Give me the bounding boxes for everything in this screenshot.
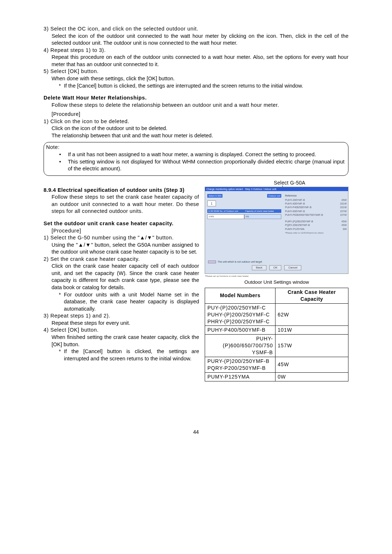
note-item-1-text: If a unit has not been assigned to a wat… [68,151,344,158]
step-5-body: When done with these settings, click the… [52,75,348,82]
note-item-2: •This setting window is not displayed fo… [59,158,344,173]
section-894-intro: Follow these steps to set the crank case… [52,194,199,215]
s894-4-star: *If the [Cancel] button is clicked, the … [59,348,199,362]
ss-bottom-tiny: *Please set up functions to crank case h… [205,275,348,278]
ss-l8: PUMY-P125YMA0W [285,227,347,231]
s894-4-star-text: If the [Cancel] button is clicked, the s… [64,348,199,362]
screenshot-wrap: Select G-50A Charge monitoring option wi… [205,187,348,278]
step-5-head: 5) Select [OK] button. [44,68,348,75]
cap-r1-m: PUHY-P400/500YMF-B [205,326,275,335]
ss-titlebar: Charge monitoring option wizard · Step 3… [205,187,348,191]
ss-stepper[interactable]: 1 [207,201,216,206]
ss-th2: Capacity of crank case-heater [244,209,281,213]
cap-r3-c: 45W [275,357,348,373]
select-g50a-label: Select G-50A [274,179,305,186]
ss-footnote: The unit which is not outdoor unit targe… [217,260,262,263]
cap-th-cap: Crank Case Heater Capacity [275,288,348,304]
ss-ref-note: *Please refer to CD/DVD/print for others [285,231,347,234]
ss-l2: PUHY-400YMF-B101W [285,202,347,205]
ss-chip-outdoor: Outdoor unit [267,194,281,198]
delete-proc-label: [Procedure] [52,111,348,118]
s894-1-body: Using the "▲/▼" button, select the G50A … [52,242,199,256]
table-row: PUY-(P)200/250YMF-C PUHY-(P)200/250YMF-C… [205,303,348,326]
note-box: Note: •If a unit has not been assigned t… [44,142,348,175]
table-row: PUHY-(P)600/650/700/750 YSMF-B 157W [205,335,348,357]
ss-l6: PURY-(P)200/250YMF-B45W [285,220,347,223]
delete-s1-head: 1) Click on the icon to be deleted. [44,118,348,125]
cap-r4-c: 0W [275,372,348,381]
ss-chip-select: Select G-50A [207,194,222,198]
table-row: PUMY-P125YMA 0W [205,372,348,381]
s894-3-head: 3) Repeat steps 1) and 2). [44,312,199,320]
delete-intro: Follow these steps to delete the relatio… [52,102,348,109]
section-894-subheading: Set the outdoor unit crank case heater c… [44,220,199,227]
ss-l1: PUHY-200YMF-B45W [285,198,347,202]
step-4-body: Repeat this procedure on each of the out… [52,54,348,68]
section-894-proc-label: [Procedure] [52,227,199,235]
section-894-heading: 8.9.4 Electrical specification of outdoo… [44,187,199,194]
step-3-head: 3) Select the OC icon, and click on the … [44,25,348,33]
s894-1-head: 1) Select the G-50 number using the "▲/▼… [44,234,199,242]
ss-r1c1[interactable]: 1-001 [207,214,244,219]
cap-r1-c: 101W [275,326,348,335]
step-3-body: Select the icon of the outdoor unit conn… [52,33,348,47]
delete-s1-body1: Click on the icon of the outdoor unit to… [52,125,348,132]
ss-ok-button[interactable]: OK [269,265,282,271]
ss-l3: PUHY-P400/500YMF-B101W [285,206,347,209]
legend-swatch [208,260,216,263]
s894-4-body: When finished setting the crank case hea… [52,334,199,348]
step-5-note-text: If the [Cancel] button is clicked, the s… [64,82,348,90]
s894-3-body: Repeat these steps for every unit. [52,320,199,327]
ss-th1: G-50 WHM No. of Outdoor unit [207,209,244,213]
table-row: PUHY-P400/500YMF-B 101W [205,326,348,335]
ss-r1c2[interactable]: 101 [244,214,281,219]
ss-back-button[interactable]: Back [252,265,266,271]
cap-r2-m: PUHY-(P)600/650/700/750 YSMF-B [205,335,275,357]
page-number: 44 [44,429,348,436]
ss-ref: Reference [285,194,347,197]
cap-r3-m: PURY-(P)200/250YMF-B PQRY-P200/250YMF-B [205,357,275,373]
s894-4-head: 4) Select [OK] button. [44,327,199,334]
outdoor-unit-settings-window: Charge monitoring option wizard · Step 3… [205,187,348,274]
s894-2-body: Click on the crank case heater capacity … [52,263,199,291]
screenshot-caption: Outdoor Unit Settings window [205,279,348,286]
s894-2-star-text: For outdoor units with a unit Model Name… [64,291,199,313]
step-5-note: *If the [Cancel] button is clicked, the … [59,82,348,90]
step-4-head: 4) Repeat steps 1) to 3). [44,47,348,54]
ss-l4: PUHY-600YMF-B157W [285,210,347,213]
delete-s1-body2: The relationship between that unit and t… [52,132,348,139]
table-row: PURY-(P)200/250YMF-B PQRY-P200/250YMF-B … [205,357,348,373]
ss-l7: PQRY-200/250YMF-B45W [285,223,347,227]
cap-r2-c: 157W [275,335,348,357]
note-label: Note: [46,144,344,151]
delete-title: Delete Watt Hour Meter Relationships. [44,94,348,102]
s894-2-star: *For outdoor units with a unit Model Nam… [59,291,199,313]
note-item-2-text: This setting window is not displayed for… [68,158,344,173]
capacity-table: Model Numbers Crank Case Heater Capacity… [205,288,348,381]
cap-r0-m: PUY-(P)200/250YMF-C PUHY-(P)200/250YMF-C… [205,303,275,326]
note-item-1: •If a unit has not been assigned to a wa… [59,151,344,158]
ss-l5: PUHY-P600/650/700/750YSMF-B157W [285,213,347,217]
cap-th-model: Model Numbers [205,288,275,304]
cap-r0-c: 62W [275,303,348,326]
ss-cancel-button[interactable]: Cancel [284,265,301,271]
cap-r4-m: PUMY-P125YMA [205,372,275,381]
s894-2-head: 2) Set the crank case heater capacity. [44,256,199,263]
